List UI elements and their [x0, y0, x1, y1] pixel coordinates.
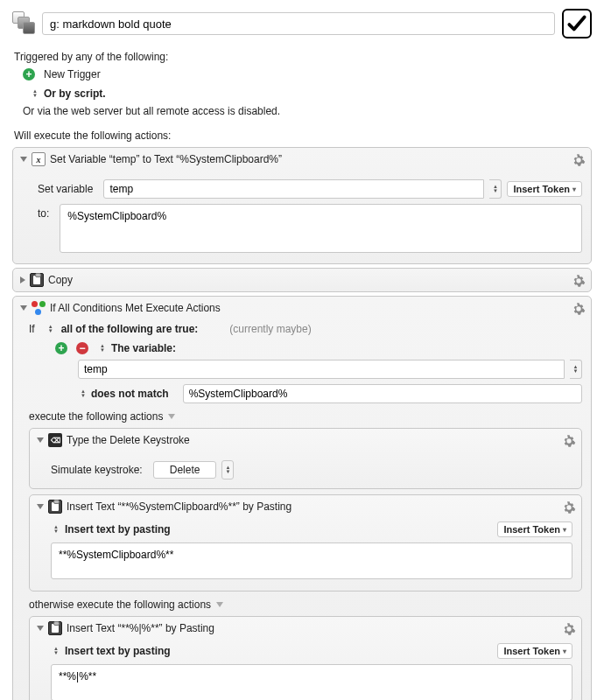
panel-header[interactable]: ⌫ Type the Delete Keystroke: [30, 429, 581, 452]
variable-select[interactable]: [570, 360, 582, 379]
action-if-conditions: If All Conditions Met Execute Actions If…: [12, 296, 592, 700]
panel-header[interactable]: If All Conditions Met Execute Actions: [13, 297, 591, 319]
disclosure-icon[interactable]: [20, 305, 27, 311]
macro-title-input[interactable]: [42, 12, 555, 35]
keystroke-button[interactable]: Delete: [153, 461, 217, 479]
action-copy: Copy: [12, 268, 592, 292]
then-label: execute the following actions: [29, 410, 163, 423]
insert-text-textarea[interactable]: **%SystemClipboard%**: [51, 542, 572, 579]
operator-select[interactable]: does not match: [78, 388, 169, 400]
chevron-down-icon: ▾: [563, 648, 566, 655]
actions-heading: Will execute the following actions:: [14, 130, 592, 142]
gear-icon[interactable]: [572, 274, 586, 288]
chevron-down-icon: ▾: [572, 186, 576, 193]
action-type-keystroke: ⌫ Type the Delete Keystroke Simulate key…: [29, 428, 582, 489]
gear-icon[interactable]: [572, 302, 586, 316]
variable-name-input[interactable]: [103, 179, 484, 199]
the-variable-label: The variable:: [111, 342, 176, 354]
if-label: If: [29, 323, 35, 335]
insert-token-label: Insert Token: [503, 646, 560, 656]
insert-token-button[interactable]: Insert Token▾: [497, 643, 572, 659]
plus-icon: +: [23, 68, 35, 80]
checkmark-icon: [565, 12, 588, 35]
updown-icon: [32, 89, 38, 98]
condition-status: (currently maybe): [229, 323, 311, 335]
keystroke-select[interactable]: [221, 460, 234, 480]
all-following-label: all of the following are true:: [61, 323, 199, 335]
variable-select[interactable]: [489, 179, 502, 199]
variable-name-input[interactable]: [78, 360, 565, 379]
panel-title: Copy: [48, 274, 73, 286]
disclosure-icon[interactable]: [20, 276, 25, 284]
or-script-label: Or by script.: [44, 88, 106, 100]
operator-label: does not match: [91, 388, 169, 400]
panel-header[interactable]: Insert Text “**%|%**” by Pasting: [30, 617, 581, 640]
or-by-script: Or by script.: [30, 88, 592, 100]
keyboard-icon: ⌫: [48, 433, 62, 447]
clipboard-icon: [48, 500, 62, 514]
gear-icon[interactable]: [562, 622, 576, 636]
panel-title: Type the Delete Keystroke: [67, 434, 190, 446]
disclosure-icon[interactable]: [37, 504, 44, 509]
panel-title: If All Conditions Met Execute Actions: [50, 302, 221, 314]
gear-icon[interactable]: [572, 153, 586, 167]
else-label: otherwise execute the following actions: [29, 598, 211, 611]
keystroke-name: Delete: [170, 464, 200, 476]
enabled-checkbox[interactable]: [562, 9, 592, 38]
clipboard-icon: [30, 273, 44, 287]
action-insert-text-then: Insert Text “**%SystemClipboard%**” by P…: [29, 494, 582, 592]
new-trigger-button[interactable]: + New Trigger: [23, 68, 592, 80]
insert-token-button[interactable]: Insert Token▾: [497, 522, 572, 537]
insert-token-label: Insert Token: [503, 524, 560, 535]
gear-icon[interactable]: [562, 434, 576, 448]
to-value-textarea[interactable]: %SystemClipboard%: [60, 204, 582, 253]
clipboard-icon: [48, 621, 62, 635]
gear-icon[interactable]: [562, 500, 576, 514]
panel-title: Insert Text “**%|%**” by Pasting: [67, 622, 214, 634]
action-insert-text-else: Insert Text “**%|%**” by Pasting Insert …: [29, 616, 582, 700]
macro-icon: [12, 11, 37, 36]
insert-mode-select[interactable]: Insert text by pasting: [51, 645, 171, 657]
trigger-heading: Triggered by any of the following:: [14, 51, 592, 63]
simulate-label: Simulate keystroke:: [51, 464, 143, 476]
action-set-variable: x Set Variable “temp” to Text “%SystemCl…: [12, 147, 592, 264]
updown-icon: [53, 647, 59, 655]
updown-icon: [53, 525, 59, 534]
chevron-down-icon[interactable]: [216, 602, 223, 607]
panel-header[interactable]: Insert Text “**%SystemClipboard%**” by P…: [30, 495, 581, 518]
insert-mode-label: Insert text by pasting: [65, 523, 171, 536]
else-branch-label: otherwise execute the following actions: [29, 598, 582, 611]
panel-header[interactable]: x Set Variable “temp” to Text “%SystemCl…: [13, 148, 591, 171]
chevron-down-icon: ▾: [563, 526, 566, 534]
panel-title: Set Variable “temp” to Text “%SystemClip…: [50, 153, 282, 165]
disclosure-icon[interactable]: [37, 438, 44, 443]
insert-mode-select[interactable]: Insert text by pasting: [51, 523, 171, 536]
to-label: to:: [38, 204, 49, 220]
insert-token-button[interactable]: Insert Token▾: [507, 181, 582, 197]
insert-token-label: Insert Token: [513, 184, 570, 194]
insert-mode-label: Insert text by pasting: [65, 645, 171, 657]
remove-condition-icon[interactable]: −: [76, 342, 88, 354]
then-branch-label: execute the following actions: [29, 410, 582, 423]
disclosure-icon[interactable]: [37, 626, 44, 631]
insert-text-textarea[interactable]: **%|%**: [51, 664, 572, 700]
chevron-down-icon[interactable]: [168, 414, 175, 419]
variable-icon: x: [32, 152, 46, 166]
header-row: [12, 9, 592, 38]
web-server-note: Or via the web server but all remote acc…: [23, 105, 592, 117]
updown-icon[interactable]: [100, 344, 105, 353]
rhs-input[interactable]: [183, 384, 582, 403]
set-variable-label: Set variable: [38, 183, 93, 195]
updown-icon[interactable]: [48, 325, 53, 333]
disclosure-icon[interactable]: [20, 157, 27, 162]
panel-title: Insert Text “**%SystemClipboard%**” by P…: [67, 500, 291, 513]
new-trigger-label: New Trigger: [44, 68, 101, 80]
updown-icon: [81, 389, 86, 398]
condition-icon: [32, 301, 46, 315]
panel-header[interactable]: Copy: [13, 269, 591, 291]
add-condition-icon[interactable]: +: [55, 342, 67, 354]
